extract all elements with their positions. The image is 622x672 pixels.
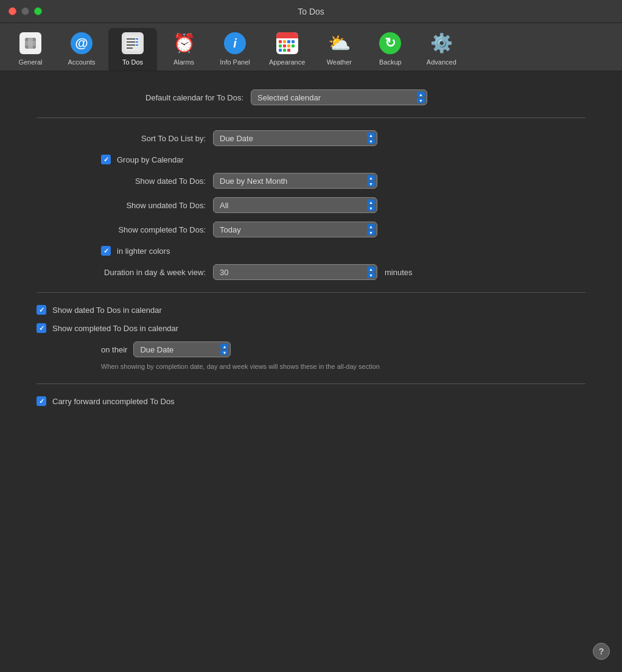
svg-rect-24	[287, 49, 290, 52]
tab-backup[interactable]: ↻ Backup	[366, 28, 414, 71]
carry-forward-label: Carry forward uncompleted To Dos	[52, 397, 175, 406]
svg-rect-5	[127, 41, 135, 43]
svg-rect-14	[279, 40, 282, 43]
show-dated-label: Show dated To Dos:	[37, 177, 206, 186]
tab-general-label: General	[18, 58, 42, 66]
show-dated-select[interactable]: Due by Next Month	[213, 173, 377, 189]
show-undated-label: Show undated To Dos:	[37, 201, 206, 210]
window-title: To Dos	[298, 7, 324, 16]
todos-icon	[121, 32, 144, 55]
svg-rect-17	[292, 40, 295, 43]
sort-select[interactable]: Due Date	[213, 130, 377, 146]
svg-rect-4	[127, 38, 135, 40]
traffic-lights	[9, 7, 42, 15]
svg-rect-19	[283, 44, 286, 47]
on-their-select[interactable]: Due Date	[133, 341, 231, 357]
info-icon: i	[223, 32, 246, 55]
svg-rect-23	[283, 49, 286, 52]
svg-rect-6	[127, 44, 135, 46]
title-bar: To Dos	[0, 0, 622, 23]
tab-info-panel-label: Info Panel	[220, 58, 250, 66]
duration-dropdown-wrapper: 30 ▲ ▼	[213, 264, 377, 280]
tab-general[interactable]: General	[6, 28, 55, 71]
group-by-calendar-row: Group by Calendar	[101, 155, 585, 164]
toolbar: General @ Accounts To Dos	[0, 23, 622, 71]
on-their-dropdown-wrapper: Due Date ▲ ▼	[133, 341, 231, 357]
svg-rect-13	[276, 35, 298, 38]
tab-info-panel[interactable]: i Info Panel	[211, 28, 259, 71]
duration-row: Duration in day & week view: 30 ▲ ▼ minu…	[37, 264, 585, 280]
alarms-icon: ⏰	[172, 32, 195, 55]
show-completed-select[interactable]: Today	[213, 222, 377, 237]
show-dated-row: Show dated To Dos: Due by Next Month ▲ ▼	[37, 173, 585, 189]
sort-row: Sort To Do List by: Due Date ▲ ▼	[37, 130, 585, 146]
tab-appearance[interactable]: Appearance	[262, 28, 312, 71]
sort-dropdown-wrapper: Due Date ▲ ▼	[213, 130, 377, 146]
sort-label: Sort To Do List by:	[37, 134, 206, 143]
duration-label: Duration in day & week view:	[37, 268, 206, 277]
tab-weather[interactable]: ⛅ Weather	[315, 28, 363, 71]
appearance-icon	[276, 32, 299, 55]
on-their-row: on their Due Date ▲ ▼	[101, 341, 585, 357]
show-completed-row: Show completed To Dos: Today ▲ ▼	[37, 222, 585, 237]
default-calendar-row: Default calendar for To Dos: Selected ca…	[37, 89, 585, 105]
group-by-calendar-checkbox[interactable]	[101, 155, 111, 164]
general-icon	[19, 32, 42, 55]
tab-alarms-label: Alarms	[173, 58, 194, 66]
svg-rect-2	[25, 41, 36, 46]
svg-rect-7	[127, 47, 133, 49]
group-by-calendar-label: Group by Calendar	[117, 155, 184, 164]
advanced-icon: ⚙️	[430, 32, 453, 55]
svg-rect-21	[292, 44, 295, 47]
svg-rect-18	[279, 44, 282, 47]
carry-forward-row: Carry forward uncompleted To Dos	[37, 396, 585, 406]
show-dated-calendar-checkbox[interactable]	[37, 305, 46, 315]
lighter-colors-checkbox[interactable]	[101, 246, 111, 256]
show-dated-dropdown-wrapper: Due by Next Month ▲ ▼	[213, 173, 377, 189]
divider-1	[37, 117, 585, 118]
svg-rect-15	[283, 40, 286, 43]
weather-icon: ⛅	[327, 32, 351, 55]
tab-accounts[interactable]: @ Accounts	[57, 28, 106, 71]
default-calendar-select[interactable]: Selected calendar	[251, 89, 427, 105]
show-completed-dropdown-wrapper: Today ▲ ▼	[213, 222, 377, 237]
show-completed-calendar-checkbox[interactable]	[37, 323, 46, 333]
tab-todos-label: To Dos	[122, 58, 143, 66]
help-button[interactable]: ?	[593, 643, 610, 660]
duration-select[interactable]: 30	[213, 264, 377, 280]
tab-appearance-label: Appearance	[269, 58, 305, 66]
svg-rect-9	[136, 41, 138, 43]
tab-advanced-label: Advanced	[427, 58, 456, 66]
tab-advanced[interactable]: ⚙️ Advanced	[417, 28, 466, 71]
show-undated-select[interactable]: All	[213, 197, 377, 213]
svg-rect-10	[136, 44, 138, 46]
svg-rect-3	[125, 35, 141, 51]
tab-todos[interactable]: To Dos	[108, 28, 157, 71]
divider-2	[37, 292, 585, 293]
show-dated-calendar-row: Show dated To Dos in calendar	[37, 305, 585, 315]
lighter-colors-row: in lighter colors	[101, 246, 585, 256]
hint-text: When showing by completion date, day and…	[101, 362, 430, 371]
default-calendar-dropdown-wrapper: Selected calendar ▲ ▼	[251, 89, 427, 105]
show-completed-calendar-row: Show completed To Dos in calendar	[37, 323, 585, 333]
maximize-button[interactable]	[34, 7, 42, 15]
minutes-label: minutes	[385, 268, 413, 277]
show-undated-dropdown-wrapper: All ▲ ▼	[213, 197, 377, 213]
minimize-button[interactable]	[21, 7, 29, 15]
svg-rect-20	[287, 44, 290, 47]
default-calendar-label: Default calendar for To Dos:	[37, 93, 243, 102]
show-completed-label: Show completed To Dos:	[37, 225, 206, 234]
close-button[interactable]	[9, 7, 16, 15]
carry-forward-checkbox[interactable]	[37, 396, 46, 406]
show-undated-row: Show undated To Dos: All ▲ ▼	[37, 197, 585, 213]
show-dated-calendar-label: Show dated To Dos in calendar	[52, 306, 162, 315]
tab-alarms[interactable]: ⏰ Alarms	[159, 28, 208, 71]
lighter-colors-label: in lighter colors	[117, 247, 170, 256]
accounts-icon: @	[70, 32, 93, 55]
svg-rect-16	[287, 40, 290, 43]
show-completed-calendar-label: Show completed To Dos in calendar	[52, 324, 178, 333]
divider-3	[37, 383, 585, 384]
backup-icon: ↻	[379, 32, 402, 55]
on-their-label: on their	[101, 345, 127, 354]
svg-rect-22	[279, 49, 282, 52]
